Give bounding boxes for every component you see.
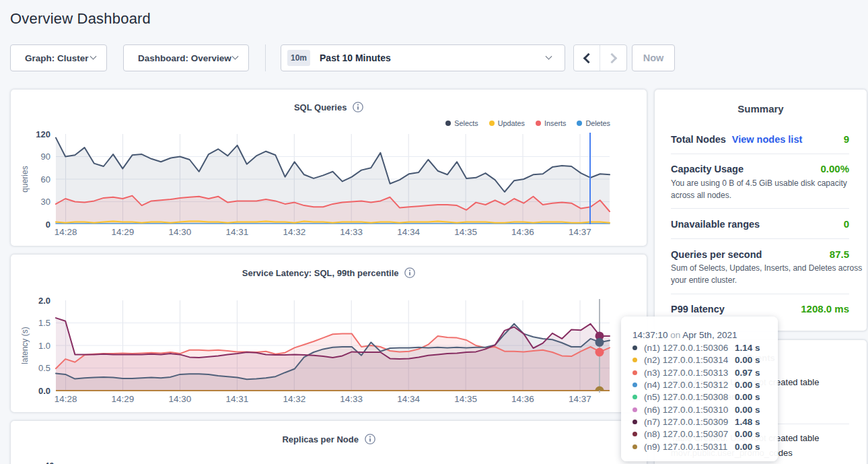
- svg-text:14:31: 14:31: [226, 394, 249, 404]
- svg-text:14:33: 14:33: [340, 394, 363, 404]
- svg-text:2.0: 2.0: [38, 296, 50, 306]
- svg-text:latency (s): latency (s): [20, 327, 30, 364]
- svg-text:queries: queries: [20, 166, 30, 192]
- svg-text:30: 30: [41, 197, 50, 207]
- svg-text:14:32: 14:32: [283, 394, 305, 404]
- svg-text:14:35: 14:35: [454, 227, 477, 237]
- svg-text:14:37: 14:37: [569, 227, 591, 237]
- svg-text:90: 90: [41, 152, 50, 162]
- svg-text:14:32: 14:32: [283, 227, 305, 237]
- svg-text:14:29: 14:29: [112, 227, 135, 237]
- svg-text:0.5: 0.5: [38, 363, 50, 373]
- svg-text:14:35: 14:35: [454, 394, 477, 404]
- svg-text:14:30: 14:30: [169, 227, 192, 237]
- svg-text:14:36: 14:36: [511, 227, 534, 237]
- svg-text:0: 0: [46, 220, 50, 230]
- svg-text:14:30: 14:30: [169, 394, 192, 404]
- svg-text:14:36: 14:36: [511, 394, 534, 404]
- svg-text:1.5: 1.5: [38, 318, 50, 328]
- svg-text:14:34: 14:34: [397, 227, 420, 237]
- svg-text:14:28: 14:28: [55, 394, 77, 404]
- svg-text:120: 120: [36, 129, 50, 139]
- svg-text:14:33: 14:33: [340, 227, 363, 237]
- svg-text:14:31: 14:31: [226, 227, 249, 237]
- svg-text:1.0: 1.0: [38, 341, 50, 351]
- svg-text:0.0: 0.0: [38, 386, 50, 396]
- svg-text:14:37: 14:37: [569, 394, 591, 404]
- svg-text:14:28: 14:28: [55, 227, 77, 237]
- svg-text:14:29: 14:29: [112, 394, 135, 404]
- svg-text:14:34: 14:34: [397, 394, 420, 404]
- svg-text:60: 60: [41, 174, 50, 185]
